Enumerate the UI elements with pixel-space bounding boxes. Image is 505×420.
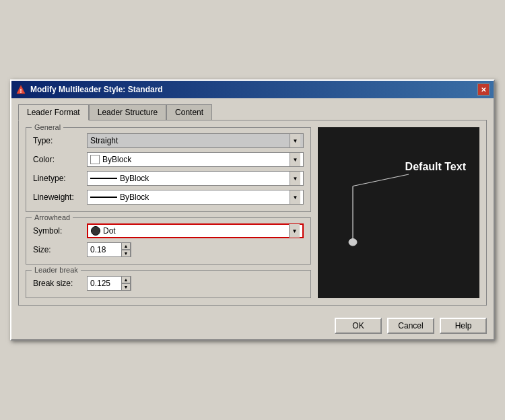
break-size-down-btn[interactable]: ▼ [121,283,131,291]
left-panel: General Type: Straight ▼ Color: [26,127,311,298]
default-text-label: Default Text [405,161,466,173]
symbol-row: Symbol: Dot ▼ [33,223,304,238]
lineweight-dropdown[interactable]: ByBlock ▼ [87,190,304,205]
app-icon: ! [15,84,26,95]
lineweight-dropdown-arrow[interactable]: ▼ [290,190,300,204]
size-label: Size: [33,245,87,254]
tab-leader-structure[interactable]: Leader Structure [89,104,166,120]
size-control: ▲ ▼ [87,242,304,257]
break-size-control: ▲ ▼ [87,276,304,291]
color-value: ByBlock [102,155,290,164]
lineweight-row: Lineweight: ByBlock ▼ [33,190,304,205]
lineweight-control: ByBlock ▼ [87,190,304,205]
title-bar-left: ! Modify Multileader Style: Standard [15,84,163,95]
size-down-btn[interactable]: ▼ [121,250,131,257]
linetype-dropdown-arrow[interactable]: ▼ [290,172,300,185]
type-row: Type: Straight ▼ [33,133,304,148]
symbol-value: Dot [103,226,289,236]
window-title: Modify Multileader Style: Standard [30,85,163,94]
symbol-dropdown-arrow[interactable]: ▼ [289,224,300,238]
size-row: Size: ▲ ▼ [33,242,304,257]
leader-break-label: Leader break [32,266,81,274]
ok-button[interactable]: OK [335,318,382,334]
content-area: General Type: Straight ▼ Color: [18,120,487,306]
color-swatch [90,155,100,164]
color-label: Color: [33,155,87,164]
linetype-row: Linetype: ByBlock ▼ [33,171,304,186]
symbol-control: Dot ▼ [87,223,304,238]
cancel-button[interactable]: Cancel [387,318,434,334]
break-size-up-btn[interactable]: ▲ [121,276,131,283]
break-size-input[interactable] [88,277,121,290]
type-label: Type: [33,136,87,145]
preview-panel: Default Text [318,127,479,298]
leader-break-group: Leader break Break size: ▲ ▼ [26,270,311,298]
dot-icon [91,226,100,236]
linetype-label: Linetype: [33,174,87,183]
preview-canvas: Default Text [318,127,479,298]
leader-svg [318,127,479,298]
type-control: Straight ▼ [87,133,304,148]
linetype-control: ByBlock ▼ [87,171,304,186]
symbol-dropdown[interactable]: Dot ▼ [87,223,304,238]
dialog-body: Leader Format Leader Structure Content G… [11,98,494,312]
arrowhead-group-label: Arrowhead [32,213,73,221]
size-input[interactable] [88,243,121,256]
tab-leader-format[interactable]: Leader Format [18,104,89,120]
title-bar: ! Modify Multileader Style: Standard ✕ [11,81,494,98]
main-dialog: ! Modify Multileader Style: Standard ✕ L… [10,79,495,341]
tab-bar: Leader Format Leader Structure Content [18,104,487,120]
tab-content[interactable]: Content [166,104,212,120]
svg-point-4 [349,239,357,246]
linetype-dropdown[interactable]: ByBlock ▼ [87,171,304,186]
general-group: General Type: Straight ▼ Color: [26,127,311,212]
general-group-label: General [32,123,63,131]
help-button[interactable]: Help [440,318,487,334]
svg-text:!: ! [20,88,22,94]
lineweight-preview [90,197,117,198]
linetype-value: ByBlock [120,174,290,183]
close-button[interactable]: ✕ [477,83,490,96]
break-size-label: Break size: [33,279,87,288]
size-up-btn[interactable]: ▲ [121,242,131,250]
svg-line-3 [353,174,409,186]
color-control: ByBlock ▼ [87,152,304,167]
type-dropdown-arrow[interactable]: ▼ [290,134,300,147]
dialog-footer: OK Cancel Help [11,312,494,339]
size-spinner-btns: ▲ ▼ [121,242,131,257]
break-size-spinner-btns: ▲ ▼ [121,276,131,291]
linetype-preview [90,178,117,179]
type-dropdown[interactable]: Straight ▼ [87,133,304,148]
type-value: Straight [90,136,290,145]
color-dropdown-arrow[interactable]: ▼ [290,153,300,166]
lineweight-label: Lineweight: [33,193,87,202]
arrowhead-group: Arrowhead Symbol: Dot ▼ [26,217,311,265]
break-size-spinner[interactable]: ▲ ▼ [87,276,131,291]
break-size-row: Break size: ▲ ▼ [33,276,304,291]
lineweight-value: ByBlock [120,193,290,202]
size-spinner[interactable]: ▲ ▼ [87,242,131,257]
symbol-label: Symbol: [33,226,87,236]
color-row: Color: ByBlock ▼ [33,152,304,167]
color-dropdown[interactable]: ByBlock ▼ [87,152,304,167]
